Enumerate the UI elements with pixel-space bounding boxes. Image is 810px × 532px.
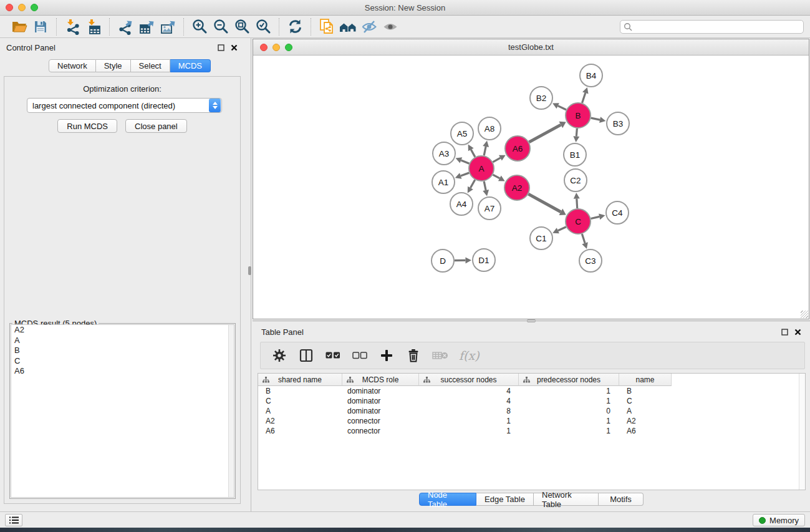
tab-network[interactable]: Network — [49, 59, 96, 72]
cell-shared-name[interactable]: A6 — [258, 426, 342, 436]
tab-network-table[interactable]: Network Table — [534, 493, 599, 506]
graph-edge-A-A4[interactable] — [470, 180, 475, 188]
tab-motifs[interactable]: Motifs — [599, 493, 644, 506]
graph-edge-C-C4[interactable] — [591, 216, 599, 218]
graph-edge-A-A8[interactable] — [484, 147, 486, 156]
graph-edge-B-B3[interactable] — [591, 118, 600, 120]
cell-shared-name[interactable]: C — [258, 396, 342, 406]
search-input[interactable] — [620, 20, 804, 34]
cell-mcds-role[interactable]: dominator — [342, 406, 419, 416]
table-row[interactable]: C dominator 4 1 C — [258, 396, 805, 406]
show-all-columns-button[interactable] — [325, 347, 341, 364]
tab-edge-table[interactable]: Edge Table — [476, 493, 534, 506]
tab-style[interactable]: Style — [96, 59, 131, 72]
table-row[interactable]: B dominator 4 1 B — [258, 386, 805, 396]
zoom-selected-button[interactable] — [253, 17, 274, 36]
cell-mcds-role[interactable]: connector — [342, 416, 419, 426]
network-canvas[interactable]: B4B2BB3A5A8A6A3B1AA1C2A2A4A7C4CC1C3DD1 — [253, 56, 809, 319]
graph-edge-B-B4[interactable] — [582, 93, 586, 103]
result-list-item[interactable]: A2 — [11, 325, 234, 336]
cell-name[interactable]: A2 — [619, 416, 672, 426]
memory-button[interactable]: Memory — [753, 514, 805, 526]
result-list-item[interactable]: C — [11, 356, 234, 367]
cell-successor-nodes[interactable]: 1 — [419, 426, 519, 436]
result-list-scrollbar[interactable] — [228, 325, 234, 497]
cell-mcds-role[interactable]: dominator — [342, 386, 419, 396]
delete-table-button[interactable] — [432, 347, 448, 364]
cell-name[interactable]: C — [619, 396, 672, 406]
splitter-grip[interactable] — [248, 266, 251, 275]
table-options-button[interactable] — [271, 347, 287, 364]
save-session-button[interactable] — [30, 17, 51, 36]
table-row[interactable]: A2 connector 1 1 A2 — [258, 416, 805, 426]
import-table-button[interactable] — [83, 17, 104, 36]
delete-column-button[interactable] — [405, 347, 422, 364]
import-network-button[interactable] — [62, 17, 83, 36]
column-header-predecessor-nodes[interactable]: predecessor nodes — [519, 374, 619, 386]
cell-shared-name[interactable]: A — [258, 406, 342, 416]
table-scrollbar[interactable] — [799, 374, 805, 490]
graph-edge-A-A3[interactable] — [461, 160, 469, 163]
cell-mcds-role[interactable]: dominator — [342, 396, 419, 406]
result-list-item[interactable]: A6 — [11, 366, 234, 377]
cell-successor-nodes[interactable]: 1 — [419, 416, 519, 426]
optimization-criterion-dropdown[interactable]: largest connected component (directed) — [27, 98, 222, 113]
column-header-successor-nodes[interactable]: successor nodes — [419, 374, 519, 386]
hide-all-columns-button[interactable] — [352, 347, 368, 364]
cell-successor-nodes[interactable]: 8 — [419, 406, 519, 416]
vertical-splitter[interactable] — [244, 38, 253, 511]
run-mcds-button[interactable]: Run MCDS — [57, 119, 117, 133]
new-network-from-selection-button[interactable] — [316, 17, 337, 36]
function-builder-button[interactable]: f(x) — [459, 347, 480, 364]
graph-edge-C-C2[interactable] — [577, 198, 577, 208]
export-network-button[interactable] — [115, 17, 136, 36]
cell-mcds-role[interactable]: connector — [342, 426, 419, 436]
cell-predecessor-nodes[interactable]: 1 — [519, 396, 619, 406]
graph-edge-A-A7[interactable] — [484, 181, 486, 191]
close-panel-icon[interactable] — [794, 329, 801, 336]
show-all-button[interactable] — [380, 17, 401, 36]
tab-select[interactable]: Select — [131, 59, 170, 72]
graph-edge-B-B2[interactable] — [558, 106, 566, 110]
zoom-fit-button[interactable] — [231, 17, 253, 36]
open-file-button[interactable] — [9, 17, 30, 36]
add-column-button[interactable] — [378, 347, 395, 364]
result-list-item[interactable]: B — [11, 346, 234, 356]
cell-successor-nodes[interactable]: 4 — [419, 386, 519, 396]
cell-name[interactable]: A6 — [619, 426, 672, 436]
column-header-name[interactable]: name — [619, 374, 672, 386]
column-chooser-button[interactable] — [298, 347, 314, 364]
cell-name[interactable]: B — [619, 386, 672, 396]
export-image-button[interactable] — [157, 17, 178, 36]
float-panel-icon[interactable] — [218, 44, 224, 51]
cell-predecessor-nodes[interactable]: 1 — [519, 416, 619, 426]
zoom-out-button[interactable] — [210, 17, 231, 36]
cell-successor-nodes[interactable]: 4 — [419, 396, 519, 406]
cell-predecessor-nodes[interactable]: 1 — [519, 426, 619, 436]
graph-edge-C-C1[interactable] — [558, 227, 566, 231]
cell-predecessor-nodes[interactable]: 1 — [519, 386, 619, 396]
result-list-item[interactable]: A — [11, 336, 234, 346]
show-panels-list-button[interactable] — [5, 514, 22, 526]
first-neighbors-button[interactable] — [337, 17, 359, 36]
tab-node-table[interactable]: Node Table — [419, 493, 476, 506]
hide-selected-button[interactable] — [359, 17, 380, 36]
graph-edge-A2-C[interactable] — [528, 194, 561, 212]
graph-edge-A-A6[interactable] — [493, 158, 500, 162]
network-graph-svg[interactable]: B4B2BB3A5A8A6A3B1AA1C2A2A4A7C4CC1C3DD1 — [253, 56, 809, 319]
tab-mcds[interactable]: MCDS — [170, 59, 211, 72]
mcds-result-list[interactable]: A2 A B C A6 — [11, 324, 234, 498]
cell-name[interactable]: A — [619, 406, 672, 416]
cell-shared-name[interactable]: B — [258, 386, 342, 396]
cell-predecessor-nodes[interactable]: 0 — [519, 406, 619, 416]
table-row[interactable]: A dominator 8 0 A — [258, 406, 805, 416]
table-row[interactable]: A6 connector 1 1 A6 — [258, 426, 805, 436]
graph-edge-B-B1[interactable] — [576, 128, 577, 137]
close-panel-icon[interactable] — [231, 44, 238, 51]
graph-edge-C-C3[interactable] — [582, 234, 585, 243]
network-resize-grip[interactable] — [801, 311, 808, 318]
export-table-button[interactable] — [136, 17, 157, 36]
network-window-titlebar[interactable]: testGlobe.txt — [253, 39, 809, 56]
cell-shared-name[interactable]: A2 — [258, 416, 342, 426]
float-panel-icon[interactable] — [781, 329, 788, 336]
